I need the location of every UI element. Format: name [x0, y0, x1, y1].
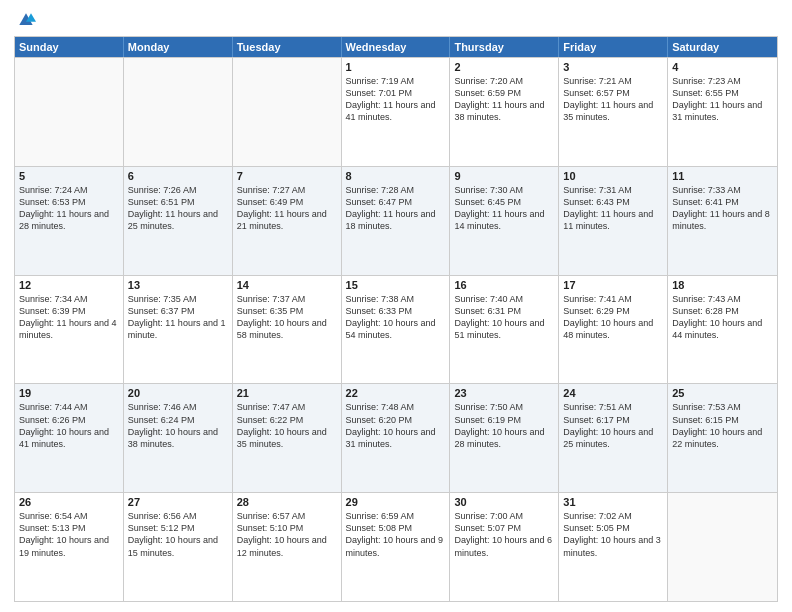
calendar-cell: 16Sunrise: 7:40 AM Sunset: 6:31 PM Dayli… [450, 276, 559, 384]
calendar-cell: 27Sunrise: 6:56 AM Sunset: 5:12 PM Dayli… [124, 493, 233, 601]
calendar-cell: 7Sunrise: 7:27 AM Sunset: 6:49 PM Daylig… [233, 167, 342, 275]
day-detail: Sunrise: 7:51 AM Sunset: 6:17 PM Dayligh… [563, 401, 663, 450]
day-detail: Sunrise: 7:02 AM Sunset: 5:05 PM Dayligh… [563, 510, 663, 559]
day-detail: Sunrise: 7:44 AM Sunset: 6:26 PM Dayligh… [19, 401, 119, 450]
day-number: 13 [128, 279, 228, 291]
day-number: 8 [346, 170, 446, 182]
calendar-cell [668, 493, 777, 601]
calendar-cell: 4Sunrise: 7:23 AM Sunset: 6:55 PM Daylig… [668, 58, 777, 166]
day-detail: Sunrise: 7:41 AM Sunset: 6:29 PM Dayligh… [563, 293, 663, 342]
weekday-header: Friday [559, 37, 668, 57]
day-detail: Sunrise: 7:48 AM Sunset: 6:20 PM Dayligh… [346, 401, 446, 450]
day-detail: Sunrise: 7:50 AM Sunset: 6:19 PM Dayligh… [454, 401, 554, 450]
calendar-cell: 30Sunrise: 7:00 AM Sunset: 5:07 PM Dayli… [450, 493, 559, 601]
day-detail: Sunrise: 7:23 AM Sunset: 6:55 PM Dayligh… [672, 75, 773, 124]
calendar-cell [15, 58, 124, 166]
day-detail: Sunrise: 7:30 AM Sunset: 6:45 PM Dayligh… [454, 184, 554, 233]
day-detail: Sunrise: 7:00 AM Sunset: 5:07 PM Dayligh… [454, 510, 554, 559]
day-number: 16 [454, 279, 554, 291]
logo [14, 10, 36, 30]
day-number: 12 [19, 279, 119, 291]
day-number: 1 [346, 61, 446, 73]
calendar-cell: 8Sunrise: 7:28 AM Sunset: 6:47 PM Daylig… [342, 167, 451, 275]
day-number: 28 [237, 496, 337, 508]
calendar-cell: 3Sunrise: 7:21 AM Sunset: 6:57 PM Daylig… [559, 58, 668, 166]
calendar-cell: 28Sunrise: 6:57 AM Sunset: 5:10 PM Dayli… [233, 493, 342, 601]
weekday-header: Thursday [450, 37, 559, 57]
calendar-cell: 23Sunrise: 7:50 AM Sunset: 6:19 PM Dayli… [450, 384, 559, 492]
day-number: 21 [237, 387, 337, 399]
logo-text [14, 10, 36, 30]
day-number: 4 [672, 61, 773, 73]
day-number: 20 [128, 387, 228, 399]
calendar-row: 5Sunrise: 7:24 AM Sunset: 6:53 PM Daylig… [15, 166, 777, 275]
calendar-cell: 22Sunrise: 7:48 AM Sunset: 6:20 PM Dayli… [342, 384, 451, 492]
day-number: 15 [346, 279, 446, 291]
calendar-cell: 18Sunrise: 7:43 AM Sunset: 6:28 PM Dayli… [668, 276, 777, 384]
day-detail: Sunrise: 6:59 AM Sunset: 5:08 PM Dayligh… [346, 510, 446, 559]
calendar-cell: 14Sunrise: 7:37 AM Sunset: 6:35 PM Dayli… [233, 276, 342, 384]
weekday-header: Wednesday [342, 37, 451, 57]
day-number: 9 [454, 170, 554, 182]
day-detail: Sunrise: 7:37 AM Sunset: 6:35 PM Dayligh… [237, 293, 337, 342]
day-detail: Sunrise: 7:40 AM Sunset: 6:31 PM Dayligh… [454, 293, 554, 342]
calendar-cell: 10Sunrise: 7:31 AM Sunset: 6:43 PM Dayli… [559, 167, 668, 275]
calendar-cell: 2Sunrise: 7:20 AM Sunset: 6:59 PM Daylig… [450, 58, 559, 166]
day-number: 14 [237, 279, 337, 291]
day-number: 10 [563, 170, 663, 182]
day-number: 19 [19, 387, 119, 399]
day-detail: Sunrise: 6:56 AM Sunset: 5:12 PM Dayligh… [128, 510, 228, 559]
day-detail: Sunrise: 7:47 AM Sunset: 6:22 PM Dayligh… [237, 401, 337, 450]
day-number: 29 [346, 496, 446, 508]
calendar-cell: 29Sunrise: 6:59 AM Sunset: 5:08 PM Dayli… [342, 493, 451, 601]
calendar-row: 1Sunrise: 7:19 AM Sunset: 7:01 PM Daylig… [15, 57, 777, 166]
day-detail: Sunrise: 7:20 AM Sunset: 6:59 PM Dayligh… [454, 75, 554, 124]
weekday-header: Sunday [15, 37, 124, 57]
weekday-header: Monday [124, 37, 233, 57]
calendar-cell: 26Sunrise: 6:54 AM Sunset: 5:13 PM Dayli… [15, 493, 124, 601]
day-number: 17 [563, 279, 663, 291]
calendar-cell: 24Sunrise: 7:51 AM Sunset: 6:17 PM Dayli… [559, 384, 668, 492]
calendar-cell: 6Sunrise: 7:26 AM Sunset: 6:51 PM Daylig… [124, 167, 233, 275]
calendar-cell: 31Sunrise: 7:02 AM Sunset: 5:05 PM Dayli… [559, 493, 668, 601]
day-number: 23 [454, 387, 554, 399]
calendar-cell: 13Sunrise: 7:35 AM Sunset: 6:37 PM Dayli… [124, 276, 233, 384]
day-detail: Sunrise: 7:33 AM Sunset: 6:41 PM Dayligh… [672, 184, 773, 233]
calendar-cell: 25Sunrise: 7:53 AM Sunset: 6:15 PM Dayli… [668, 384, 777, 492]
day-number: 31 [563, 496, 663, 508]
day-detail: Sunrise: 7:35 AM Sunset: 6:37 PM Dayligh… [128, 293, 228, 342]
day-number: 26 [19, 496, 119, 508]
day-number: 3 [563, 61, 663, 73]
day-number: 30 [454, 496, 554, 508]
calendar-cell [233, 58, 342, 166]
day-detail: Sunrise: 7:38 AM Sunset: 6:33 PM Dayligh… [346, 293, 446, 342]
calendar: SundayMondayTuesdayWednesdayThursdayFrid… [14, 36, 778, 602]
calendar-row: 12Sunrise: 7:34 AM Sunset: 6:39 PM Dayli… [15, 275, 777, 384]
day-number: 22 [346, 387, 446, 399]
day-detail: Sunrise: 7:34 AM Sunset: 6:39 PM Dayligh… [19, 293, 119, 342]
day-number: 25 [672, 387, 773, 399]
calendar-cell: 21Sunrise: 7:47 AM Sunset: 6:22 PM Dayli… [233, 384, 342, 492]
calendar-header: SundayMondayTuesdayWednesdayThursdayFrid… [15, 37, 777, 57]
logo-icon [16, 10, 36, 30]
weekday-header: Tuesday [233, 37, 342, 57]
day-number: 2 [454, 61, 554, 73]
day-detail: Sunrise: 7:26 AM Sunset: 6:51 PM Dayligh… [128, 184, 228, 233]
day-detail: Sunrise: 7:43 AM Sunset: 6:28 PM Dayligh… [672, 293, 773, 342]
day-detail: Sunrise: 7:21 AM Sunset: 6:57 PM Dayligh… [563, 75, 663, 124]
day-detail: Sunrise: 6:57 AM Sunset: 5:10 PM Dayligh… [237, 510, 337, 559]
day-detail: Sunrise: 7:19 AM Sunset: 7:01 PM Dayligh… [346, 75, 446, 124]
calendar-row: 26Sunrise: 6:54 AM Sunset: 5:13 PM Dayli… [15, 492, 777, 601]
day-detail: Sunrise: 7:24 AM Sunset: 6:53 PM Dayligh… [19, 184, 119, 233]
weekday-header: Saturday [668, 37, 777, 57]
calendar-row: 19Sunrise: 7:44 AM Sunset: 6:26 PM Dayli… [15, 383, 777, 492]
day-number: 5 [19, 170, 119, 182]
day-number: 18 [672, 279, 773, 291]
day-detail: Sunrise: 7:28 AM Sunset: 6:47 PM Dayligh… [346, 184, 446, 233]
calendar-cell: 9Sunrise: 7:30 AM Sunset: 6:45 PM Daylig… [450, 167, 559, 275]
day-detail: Sunrise: 7:53 AM Sunset: 6:15 PM Dayligh… [672, 401, 773, 450]
calendar-cell: 19Sunrise: 7:44 AM Sunset: 6:26 PM Dayli… [15, 384, 124, 492]
calendar-cell: 12Sunrise: 7:34 AM Sunset: 6:39 PM Dayli… [15, 276, 124, 384]
day-detail: Sunrise: 7:31 AM Sunset: 6:43 PM Dayligh… [563, 184, 663, 233]
calendar-cell: 5Sunrise: 7:24 AM Sunset: 6:53 PM Daylig… [15, 167, 124, 275]
